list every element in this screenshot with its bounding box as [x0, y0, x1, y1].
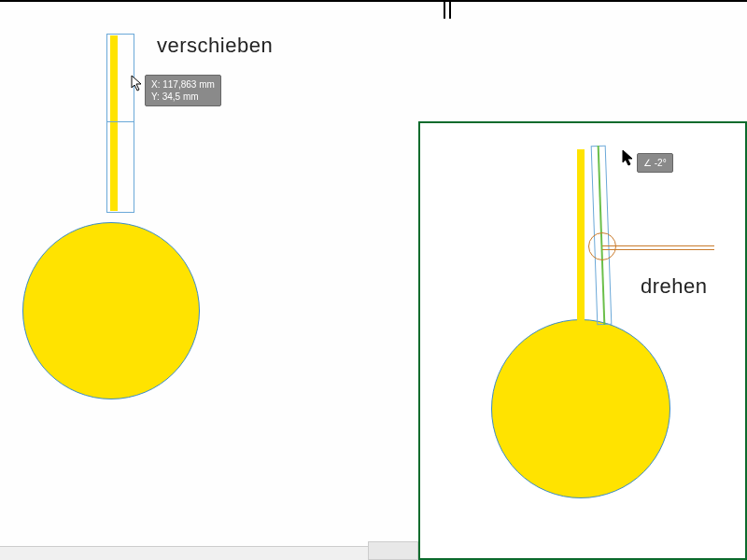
statusbar [0, 546, 418, 560]
shape-circle[interactable] [22, 222, 200, 399]
cursor-arrow-icon [622, 149, 635, 166]
inset-panel: drehen ∠ -2° [418, 121, 747, 560]
tooltip-y-value: Y: 34,5 mm [151, 91, 215, 103]
rotation-pivot-icon[interactable] [588, 232, 616, 260]
ruler-marks [444, 0, 453, 19]
tooltip-angle-value: ∠ -2° [643, 157, 667, 169]
rotation-guide-line [602, 249, 714, 250]
cursor-arrow-icon [131, 75, 144, 91]
position-tooltip: X: 117,863 mm Y: 34,5 mm [145, 75, 221, 106]
rotation-guide-line [602, 245, 714, 246]
operation-label-rotate: drehen [641, 274, 708, 299]
operation-label-move: verschieben [157, 34, 273, 58]
angle-tooltip: ∠ -2° [637, 153, 673, 173]
shape-bar-selection [106, 34, 134, 213]
shape-bar[interactable] [577, 149, 585, 322]
shape-bar-midline [106, 121, 134, 122]
shape-circle[interactable] [491, 319, 670, 498]
ruler-border [0, 0, 747, 2]
statusbar-segment [368, 541, 418, 560]
tooltip-x-value: X: 117,863 mm [151, 78, 215, 91]
